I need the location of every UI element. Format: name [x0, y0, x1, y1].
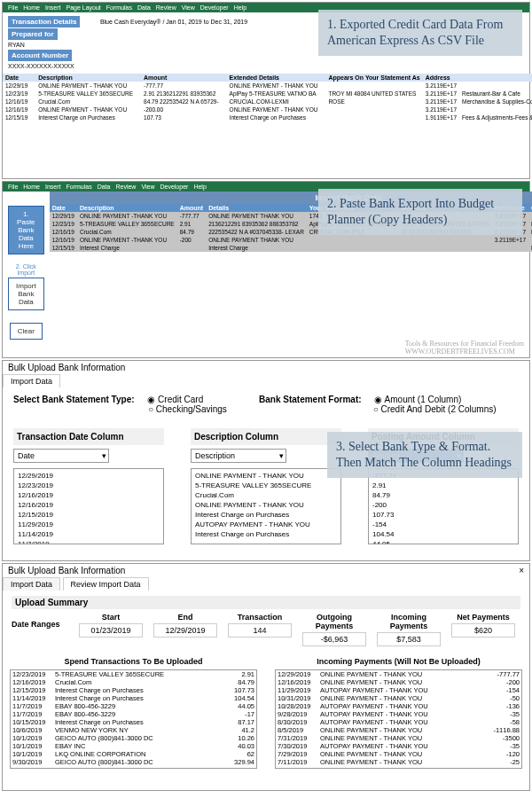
table-row: 12/23/195-TREASURE VALLEY 365SECURE2.91 … [3, 90, 532, 98]
spend-title: Spend Transactions To Be Uploaded [3, 657, 264, 666]
watermark: Tools & Resources for Financial FreedomW… [405, 340, 524, 356]
csv-panel: FileHomeInsertPage LayoutFormulasDataRev… [2, 2, 530, 179]
table-row: 12/16/19ONLINE PAYMENT -THANK YOU-200ONL… [50, 236, 532, 244]
table-row: 12/16/19ONLINE PAYMENT - THANK YOU-200.0… [3, 106, 532, 113]
col2-title: Description Column [191, 428, 341, 445]
table-row: 12/16/19Crucial.Com84.79 222535422 N A 6… [3, 98, 532, 106]
desc-list[interactable]: ONLINE PAYMENT - THANK YOU5-TREASURE VAL… [191, 468, 341, 544]
date-list[interactable]: 12/29/201912/23/201912/16/201912/16/2019… [13, 468, 164, 544]
amount-list[interactable]: -777.772.9184.79-200107.73-154104.5444.0… [368, 468, 519, 544]
col1-title: Transaction Date Column [13, 428, 164, 445]
txn-count: 144 [228, 623, 292, 638]
form-title: Bulk Upload Bank Information [3, 361, 529, 374]
radio-cc[interactable]: ◉ Credit Card [147, 395, 203, 404]
csv-title: Transaction Details [8, 16, 80, 27]
incoming: $7,583 [377, 632, 441, 646]
tab-import[interactable]: Import Data [3, 374, 60, 387]
overlay-2: 2. Paste Bank Export Into Budget Planner… [318, 189, 522, 235]
import-button[interactable]: Import Bank Data [8, 278, 44, 310]
incoming-title: Incoming Payments (Will Not Be Uploaded) [268, 657, 529, 666]
tab-import-data[interactable]: Import Data [3, 577, 60, 591]
format-label: Bank Statement Format: [259, 395, 362, 404]
clear-button[interactable]: Clear [10, 323, 43, 340]
type-label: Select Bank Statement Type: [13, 395, 135, 404]
table-row: 12/15/19Interest ChargeInterest ChargeFe… [50, 244, 532, 252]
overlay-3: 3. Select Bank Type & Format. Then Match… [327, 432, 522, 478]
review-title: Bulk Upload Bank Information [8, 566, 125, 575]
overlay-1: 1. Exported Credit Card Data From Americ… [318, 10, 522, 56]
csv-table[interactable]: DateDescriptionAmountExtended DetailsApp… [3, 74, 532, 121]
planner-panel: FileHomeInsertFormulasDataReviewViewDeve… [2, 181, 530, 358]
spend-table[interactable]: 12/23/20195-TREASURE VALLEY 365SECURE2.9… [10, 669, 257, 769]
table-row: 12/29/19ONLINE PAYMENT - THANK YOU-777.7… [3, 82, 532, 90]
tab-review[interactable]: Review Import Data [63, 577, 149, 591]
paste-here-button[interactable]: 1. Paste BankData Here [8, 206, 44, 254]
radio-cs[interactable]: ○ Checking/Savings [148, 404, 227, 414]
summary-label: Upload Summary [12, 596, 520, 609]
incoming-table[interactable]: 12/29/2019ONLINE PAYMENT - THANK YOU-777… [275, 669, 522, 769]
desc-dropdown[interactable]: Description [191, 449, 286, 463]
radio-crdr[interactable]: ○ Credit And Debit (2 Columns) [373, 404, 497, 414]
review-panel: Bulk Upload Bank Information × Import Da… [2, 563, 530, 791]
table-row: 12/15/19Interest Charge on Purchases107.… [3, 113, 532, 121]
close-icon[interactable]: × [519, 566, 524, 575]
end-date: 12/29/2019 [153, 623, 217, 638]
start-date: 01/23/2019 [79, 623, 143, 638]
date-dropdown[interactable]: Date [13, 449, 109, 463]
outgoing: -$6,963 [302, 632, 366, 646]
radio-amount[interactable]: ◉ Amount (1 Column) [374, 395, 461, 404]
net: $620 [451, 623, 515, 638]
import-form-panel: Bulk Upload Bank Information Import Data… [2, 360, 530, 561]
